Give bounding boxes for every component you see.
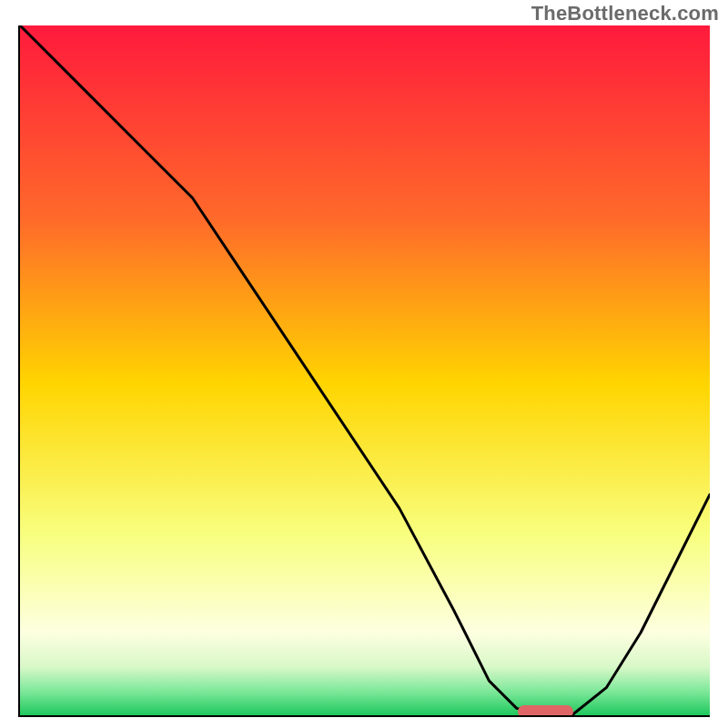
watermark-text: TheBottleneck.com [531, 2, 719, 25]
plot-area [18, 25, 710, 717]
bottleneck-curve [20, 25, 710, 715]
optimal-range-marker [518, 705, 573, 717]
chart-container: TheBottleneck.com [0, 0, 728, 728]
